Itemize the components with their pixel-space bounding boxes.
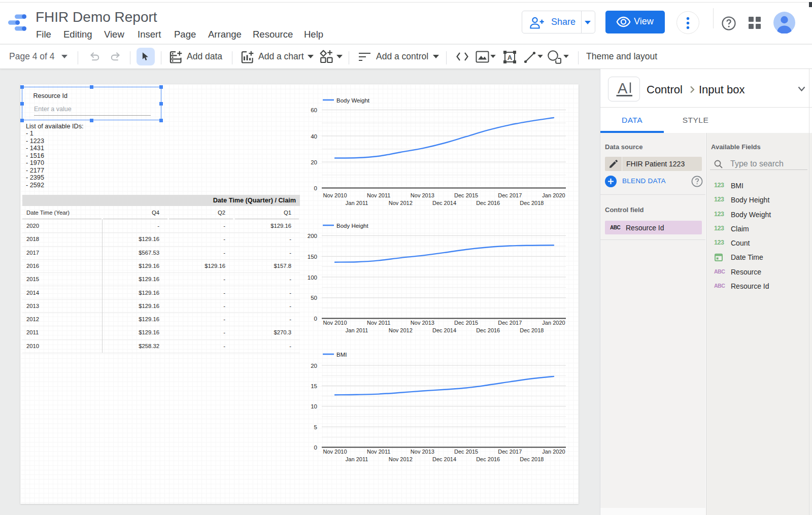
svg-text:Dec 2018: Dec 2018 bbox=[520, 456, 544, 462]
svg-text:Nov 2011: Nov 2011 bbox=[367, 320, 390, 326]
svg-text:Dec 2018: Dec 2018 bbox=[520, 200, 544, 206]
svg-text:Dec 2015: Dec 2015 bbox=[454, 449, 478, 455]
svg-text:20: 20 bbox=[311, 159, 317, 165]
svg-text:Dec 2017: Dec 2017 bbox=[498, 192, 522, 198]
svg-text:Jan 2020: Jan 2020 bbox=[542, 192, 565, 198]
svg-text:Dec 2014: Dec 2014 bbox=[432, 456, 456, 462]
svg-text:200: 200 bbox=[308, 233, 317, 239]
svg-text:Nov 2010: Nov 2010 bbox=[323, 449, 347, 455]
svg-text:150: 150 bbox=[308, 254, 317, 260]
svg-text:Nov 2013: Nov 2013 bbox=[411, 449, 434, 455]
svg-text:Body Weight: Body Weight bbox=[336, 97, 370, 104]
svg-text:A: A bbox=[507, 54, 513, 61]
svg-text:0: 0 bbox=[314, 444, 317, 451]
svg-text:Nov 2010: Nov 2010 bbox=[323, 320, 347, 326]
svg-text:Jan 2020: Jan 2020 bbox=[542, 449, 565, 455]
svg-text:15: 15 bbox=[311, 383, 317, 389]
svg-text:0: 0 bbox=[314, 185, 317, 191]
svg-text:Body Height: Body Height bbox=[336, 223, 368, 229]
svg-text:Nov 2011: Nov 2011 bbox=[367, 192, 390, 198]
svg-text:A: A bbox=[618, 82, 628, 96]
svg-text:Dec 2017: Dec 2017 bbox=[498, 320, 522, 326]
svg-text:Nov 2010: Nov 2010 bbox=[323, 192, 347, 198]
svg-text:10: 10 bbox=[311, 403, 317, 409]
svg-text:Nov 2012: Nov 2012 bbox=[389, 327, 413, 333]
svg-text:50: 50 bbox=[311, 295, 317, 301]
svg-text:60: 60 bbox=[311, 107, 317, 113]
svg-text:BMI: BMI bbox=[336, 352, 347, 358]
svg-text:5: 5 bbox=[314, 424, 317, 430]
svg-text:Jan 2011: Jan 2011 bbox=[346, 456, 368, 462]
svg-text:Jan 2020: Jan 2020 bbox=[542, 320, 565, 326]
svg-text:Nov 2012: Nov 2012 bbox=[389, 200, 413, 206]
svg-text:Dec 2015: Dec 2015 bbox=[454, 320, 478, 326]
svg-text:Dec 2016: Dec 2016 bbox=[476, 200, 500, 206]
svg-text:100: 100 bbox=[308, 274, 317, 281]
svg-text:Nov 2011: Nov 2011 bbox=[367, 449, 390, 455]
svg-text:0: 0 bbox=[314, 316, 317, 322]
svg-text:Dec 2015: Dec 2015 bbox=[454, 192, 478, 198]
svg-text:Dec 2014: Dec 2014 bbox=[432, 327, 456, 333]
svg-text:Jan 2011: Jan 2011 bbox=[346, 200, 368, 206]
svg-text:Dec 2016: Dec 2016 bbox=[476, 456, 500, 462]
svg-text:Nov 2012: Nov 2012 bbox=[389, 456, 413, 462]
svg-text:Nov 2013: Nov 2013 bbox=[411, 320, 434, 326]
svg-text:Dec 2014: Dec 2014 bbox=[432, 200, 456, 206]
svg-text:Jan 2011: Jan 2011 bbox=[346, 327, 368, 333]
svg-text:Nov 2013: Nov 2013 bbox=[411, 192, 434, 198]
svg-text:Dec 2017: Dec 2017 bbox=[498, 449, 522, 455]
svg-text:20: 20 bbox=[311, 363, 317, 369]
svg-text:Dec 2018: Dec 2018 bbox=[520, 327, 544, 333]
svg-text:40: 40 bbox=[311, 133, 317, 140]
svg-text:Dec 2016: Dec 2016 bbox=[476, 327, 500, 333]
